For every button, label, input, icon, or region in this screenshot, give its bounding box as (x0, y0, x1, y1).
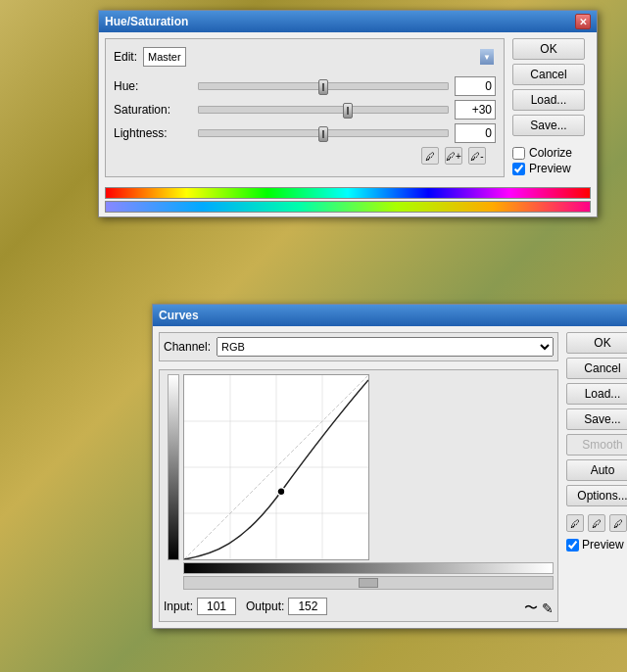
curves-svg (184, 375, 368, 559)
colorize-checkbox[interactable] (512, 147, 525, 160)
input-output-row: Input: Output: 〜 ✎ (164, 596, 554, 617)
lightness-slider-thumb[interactable] (318, 126, 328, 142)
output-value[interactable] (288, 598, 327, 615)
eyedropper-row: 🖊 🖊+ 🖊- (114, 147, 496, 165)
curves-right-panel: OK Cancel Load... Save... Smooth Auto Op… (566, 332, 627, 622)
curves-options-button[interactable]: Options... (566, 485, 627, 506)
saturation-slider-track[interactable] (198, 106, 449, 114)
hue-row: Hue: (114, 76, 496, 96)
curves-smooth-button[interactable]: Smooth (566, 434, 627, 456)
hue-slider-track[interactable] (198, 82, 449, 90)
saturation-color-bar (105, 201, 591, 213)
hs-ok-button[interactable]: OK (512, 38, 585, 60)
eyedropper-icon-1[interactable]: 🖊 (421, 147, 439, 165)
curves-ok-button[interactable]: OK (566, 332, 627, 354)
eyedropper-icon-3[interactable]: 🖊- (468, 147, 486, 165)
curves-preview-row: Preview (566, 538, 627, 552)
hs-load-button[interactable]: Load... (512, 89, 585, 111)
curves-scrollbar[interactable] (183, 576, 554, 590)
curves-title: Curves (159, 309, 199, 322)
input-label: Input: (164, 600, 193, 613)
output-label: Output: (246, 600, 284, 613)
preview-checkbox[interactable] (512, 163, 525, 175)
preview-label: Preview (529, 162, 571, 175)
curves-scrollbar-thumb[interactable] (359, 578, 378, 588)
preview-row: Preview (512, 162, 591, 175)
hue-label: Hue: (114, 79, 192, 93)
input-value[interactable] (197, 598, 236, 615)
curves-canvas[interactable] (183, 374, 369, 560)
saturation-slider-container (198, 106, 449, 114)
saturation-slider-thumb[interactable] (343, 103, 353, 119)
hue-sat-close-button[interactable]: ✕ (575, 14, 591, 29)
curves-eyedropper-row: 🖊 🖊 🖊 (566, 514, 627, 532)
curves-icon-row: 〜 ✎ (524, 600, 554, 617)
hue-sat-left-panel: Edit: Master ▼ Hue: (105, 38, 505, 177)
channel-label: Channel: (164, 340, 211, 354)
curves-gradient-bottom (183, 562, 554, 574)
curves-eyedropper-2[interactable]: 🖊 (588, 514, 605, 532)
edit-select-wrapper: Master ▼ (143, 47, 496, 67)
curves-eyedropper-3[interactable]: 🖊 (609, 514, 627, 532)
input-group: Input: (164, 596, 236, 617)
eyedropper-icon-2[interactable]: 🖊+ (445, 147, 462, 165)
curves-preview-checkbox[interactable] (566, 539, 579, 552)
curves-save-button[interactable]: Save... (566, 408, 627, 430)
hue-slider-thumb[interactable] (318, 79, 328, 95)
colorize-row: Colorize (512, 146, 591, 160)
curves-cancel-button[interactable]: Cancel (566, 358, 627, 379)
curves-titlebar: Curves ✕ (153, 305, 627, 326)
curves-gradient-left (168, 374, 179, 560)
saturation-row: Saturation: (114, 100, 496, 120)
edit-label: Edit: (114, 50, 137, 64)
hue-saturation-dialog: Hue/Saturation ✕ Edit: Master ▼ Hue: (98, 10, 598, 217)
output-group: Output: (246, 596, 327, 617)
hue-color-bar (105, 187, 591, 199)
curves-load-button[interactable]: Load... (566, 383, 627, 405)
edit-select-arrow-icon: ▼ (480, 49, 494, 65)
svg-point-7 (277, 488, 285, 496)
channel-select-wrapper: RGB (217, 337, 554, 357)
channel-select[interactable]: RGB (217, 337, 554, 357)
hs-save-button[interactable]: Save... (512, 115, 585, 136)
lightness-slider-container (198, 129, 449, 137)
curves-eyedropper-1[interactable]: 🖊 (566, 514, 584, 532)
curves-auto-button[interactable]: Auto (566, 459, 627, 481)
channel-row: Channel: RGB (159, 332, 558, 361)
lightness-label: Lightness: (114, 126, 192, 140)
curves-canvas-outer: Input: Output: 〜 ✎ (159, 369, 558, 622)
hue-value-input[interactable] (455, 76, 496, 96)
hue-sat-right-panel: OK Cancel Load... Save... Colorize Previ… (512, 38, 591, 177)
curves-left-panel: Channel: RGB (159, 332, 558, 622)
hue-slider-container (198, 82, 449, 90)
curve-pen-icon[interactable]: ✎ (542, 600, 554, 616)
curves-preview-label: Preview (582, 538, 624, 552)
colorize-label: Colorize (529, 146, 572, 160)
hue-sat-titlebar: Hue/Saturation ✕ (99, 11, 597, 32)
saturation-label: Saturation: (114, 103, 192, 117)
curve-pencil-icon[interactable]: 〜 (524, 600, 538, 617)
lightness-slider-track[interactable] (198, 129, 449, 137)
curves-wrapper (183, 374, 554, 590)
lightness-row: Lightness: (114, 123, 496, 143)
curves-dialog: Curves ✕ Channel: RGB (152, 304, 627, 629)
color-bars-area (99, 183, 597, 216)
lightness-value-input[interactable] (455, 123, 496, 143)
hs-cancel-button[interactable]: Cancel (512, 64, 585, 85)
hue-sat-title: Hue/Saturation (105, 15, 188, 28)
saturation-value-input[interactable] (455, 100, 496, 120)
edit-select[interactable]: Master (143, 47, 186, 67)
